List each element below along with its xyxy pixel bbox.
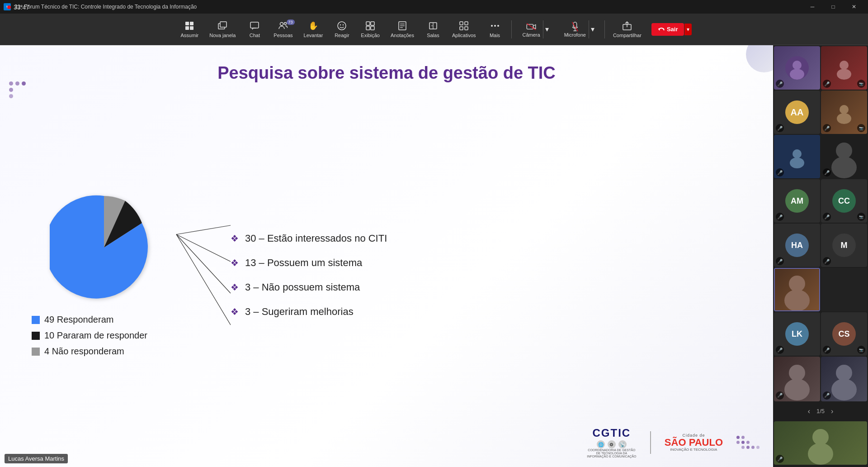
timer-display: 33:47 <box>14 4 29 11</box>
svg-rect-6 <box>250 22 259 28</box>
next-page-button[interactable]: › <box>828 406 836 416</box>
window-title: 31º Fórum Técnico de TIC: Controle Integ… <box>14 4 197 10</box>
diamond-4: ❖ <box>231 306 239 317</box>
toolbar-camera[interactable]: Câmera ▾ <box>515 18 555 41</box>
svg-point-27 <box>491 25 493 27</box>
svg-rect-3 <box>190 26 193 30</box>
mais-label: Mais <box>490 33 500 38</box>
participant-tile-5[interactable]: 🎤 <box>774 135 820 178</box>
nova-janela-label: Nova janela <box>209 33 236 38</box>
participant-4-mic: 🎤 <box>823 124 831 132</box>
toolbar-anotacoes[interactable]: Anotações <box>386 19 419 40</box>
annotation-text-3: 3 – Não possuem sistema <box>245 281 360 293</box>
participant-tile-8[interactable]: CC 🎤 📷 <box>821 179 867 223</box>
participant-5-mic: 🎤 <box>776 168 784 176</box>
participant-tile-1[interactable]: 🎤 <box>774 46 820 90</box>
restore-button[interactable]: □ <box>823 0 844 14</box>
toolbar-assumir[interactable]: Assumir <box>176 19 203 40</box>
mic-dropdown[interactable]: ▾ <box>589 25 596 33</box>
participant-tile-13[interactable]: CS 🎤 📷 <box>821 312 867 356</box>
participant-tile-4[interactable]: 🎤 📷 <box>821 91 867 134</box>
participant-15-mic: 🎤 <box>823 391 831 400</box>
chat-label: Chat <box>250 33 260 38</box>
participant-8-avatar: CC <box>832 189 856 213</box>
toolbar-compartilhar[interactable]: Compartilhar <box>609 19 646 40</box>
aplicativos-icon <box>458 20 469 31</box>
end-call-group[interactable]: Sair ▾ <box>651 23 692 36</box>
toolbar-microfone[interactable]: Microfone ▾ <box>557 18 601 41</box>
prev-page-button[interactable]: ‹ <box>805 406 813 416</box>
svg-rect-0 <box>185 22 189 25</box>
svg-point-48 <box>840 105 849 114</box>
legend-pararam: 10 Pararam de responder <box>32 330 147 341</box>
participant-10-avatar: M <box>832 234 856 257</box>
cgtic-icon2: ⚙ <box>608 440 616 448</box>
bottom-participant-bg <box>774 421 867 465</box>
participant-13-cam: 📷 <box>857 346 865 354</box>
pie-chart <box>50 193 158 304</box>
participant-tile-14[interactable]: 🎤 <box>774 357 820 401</box>
svg-point-51 <box>790 157 804 168</box>
annotations-list: ❖ 30 – Estão interessados no CITI ❖ 13 –… <box>231 198 387 352</box>
toolbar-mais[interactable]: Mais <box>482 19 508 40</box>
camera-dropdown[interactable]: ▾ <box>543 25 551 33</box>
participant-14-mic: 🎤 <box>776 391 784 400</box>
anotacoes-icon <box>397 20 408 31</box>
svg-line-42 <box>176 234 231 293</box>
participant-tile-15[interactable]: 🎤 <box>821 357 867 401</box>
participant-2-mic: 🎤 <box>823 80 831 88</box>
recording-indicator <box>7 5 11 9</box>
svg-rect-23 <box>460 22 463 25</box>
participant-tile-10[interactable]: M 🎤 <box>821 224 867 267</box>
decorative-dots-topleft <box>9 81 26 98</box>
participant-tile-11[interactable] <box>774 268 820 311</box>
assumir-label: Assumir <box>181 33 199 38</box>
svg-rect-5 <box>220 22 226 27</box>
annotation-text-1: 30 – Estão interessados no CITI <box>245 233 387 244</box>
participant-tile-6[interactable]: 🎤 <box>821 135 867 178</box>
aplicativos-label: Aplicativos <box>452 33 476 38</box>
diamond-3: ❖ <box>231 282 239 293</box>
svg-line-40 <box>176 225 231 234</box>
toolbar-salas[interactable]: Salas <box>420 19 446 40</box>
compartilhar-icon <box>622 20 632 31</box>
close-button[interactable]: ✕ <box>844 0 864 14</box>
svg-rect-13 <box>371 22 374 25</box>
participant-tile-7[interactable]: AM 🎤 <box>774 179 820 223</box>
toolbar-chat[interactable]: Chat <box>242 19 267 40</box>
participant-tile-2[interactable]: 🎤 📷 <box>821 46 867 90</box>
page-indicator: 1/5 <box>816 408 825 415</box>
participant-11-bg <box>775 269 819 310</box>
participant-8-cam: 📷 <box>857 213 865 221</box>
end-call-dropdown[interactable]: ▾ <box>684 24 692 35</box>
toolbar-nova-janela[interactable]: Nova janela <box>205 19 240 40</box>
participant-tile-9[interactable]: HA 🎤 <box>774 224 820 267</box>
diamond-1: ❖ <box>231 233 239 244</box>
participant-tile-12-empty[interactable] <box>821 268 867 311</box>
svg-rect-26 <box>465 27 468 30</box>
svg-rect-12 <box>366 22 370 25</box>
participant-tile-12[interactable]: LK 🎤 <box>774 312 820 356</box>
legend-color-blue <box>32 316 40 324</box>
pagination: ‹ 1/5 › <box>774 402 867 421</box>
chat-icon <box>249 20 260 31</box>
minimize-button[interactable]: ─ <box>802 0 823 14</box>
toolbar-reagir[interactable]: Reagir <box>329 19 354 40</box>
participant-13-avatar: CS <box>832 322 856 346</box>
svg-point-28 <box>494 25 496 27</box>
end-call-button[interactable]: Sair <box>651 23 684 36</box>
svg-point-54 <box>789 276 805 292</box>
svg-point-44 <box>793 61 802 70</box>
svg-point-22 <box>431 25 432 26</box>
levantar-label: Levantar <box>304 33 323 38</box>
window-controls[interactable]: ─ □ ✕ <box>802 0 864 14</box>
svg-point-56 <box>789 365 805 381</box>
toolbar-aplicativos[interactable]: Aplicativos <box>448 19 481 40</box>
bottom-participant-tile[interactable]: 🎤 <box>774 421 867 465</box>
toolbar-pessoas[interactable]: Pessoas 73 <box>269 19 297 40</box>
toolbar-levantar[interactable]: ✋ Levantar <box>299 19 328 40</box>
participant-tile-3[interactable]: AA 🎤 <box>774 91 820 134</box>
svg-point-52 <box>836 143 852 159</box>
toolbar-exibicao[interactable]: Exibição <box>356 19 384 40</box>
pie-legend: 49 Responderam 10 Pararam de responder 4… <box>32 315 147 357</box>
